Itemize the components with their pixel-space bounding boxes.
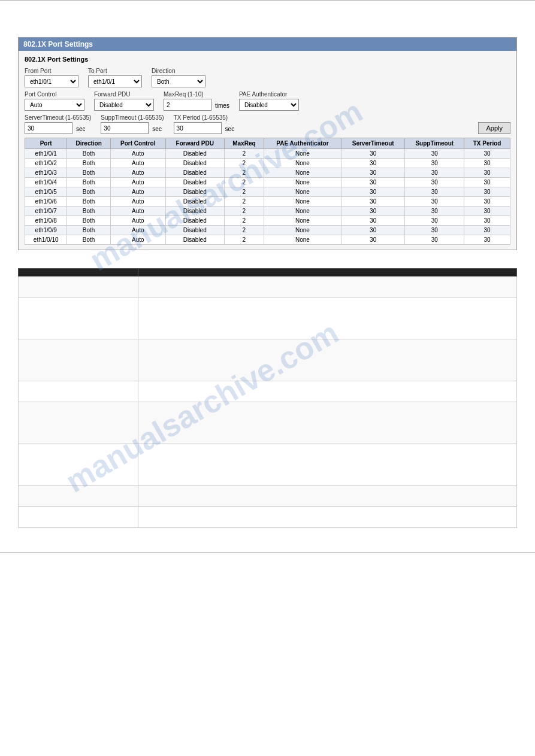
table-cell: Disabled: [165, 216, 224, 226]
ref-table-wrapper: [18, 268, 517, 528]
from-port-group: From Port eth1/0/1: [25, 68, 78, 87]
table-row: eth1/0/10BothAutoDisabled2None303030: [25, 235, 510, 245]
table-cell: 30: [341, 187, 405, 197]
table-cell: Disabled: [165, 168, 224, 178]
ref-table-cell: [19, 444, 138, 486]
table-cell: Both: [67, 159, 110, 168]
table-cell: 30: [405, 216, 464, 226]
ref-table-row: [19, 444, 517, 486]
table-row: eth1/0/2BothAutoDisabled2None303030: [25, 159, 510, 168]
ref-table-cell: [138, 507, 517, 528]
col-pae-auth: PAE Authenticator: [264, 138, 341, 149]
table-cell: Auto: [110, 226, 165, 235]
port-control-group: Port Control Auto Force-Authorized Force…: [25, 91, 84, 111]
col-direction: Direction: [67, 138, 110, 149]
table-cell: 30: [464, 216, 510, 226]
table-cell: 2: [224, 216, 264, 226]
table-cell: 30: [341, 149, 405, 159]
table-cell: 30: [464, 187, 510, 197]
table-cell: eth1/0/5: [25, 187, 67, 197]
table-cell: 30: [464, 178, 510, 187]
supp-timeout-group: SuppTimeout (1-65535) sec: [101, 114, 164, 134]
maxreq-input[interactable]: [164, 99, 211, 111]
ref-table-row: [19, 297, 517, 339]
table-cell: Auto: [110, 178, 165, 187]
table-cell: 30: [405, 178, 464, 187]
table-cell: eth1/0/9: [25, 226, 67, 235]
pae-auth-select[interactable]: Disabled Enabled: [239, 99, 299, 111]
table-cell: Both: [67, 235, 110, 245]
table-cell: Disabled: [165, 159, 224, 168]
table-cell: 30: [464, 197, 510, 207]
table-cell: 30: [405, 197, 464, 207]
ref-table-cell: [138, 277, 517, 297]
ref-col-2: [138, 269, 517, 277]
table-row: eth1/0/7BothAutoDisabled2None303030: [25, 207, 510, 216]
ref-table-cell: [19, 507, 138, 528]
tx-period-input[interactable]: [174, 122, 222, 134]
top-divider: [0, 0, 535, 1]
bottom-divider: [0, 552, 535, 553]
table-cell: Disabled: [165, 149, 224, 159]
port-control-select[interactable]: Auto Force-Authorized Force-Unauthorized: [25, 99, 84, 111]
maxreq-group: MaxReq (1-10) times: [164, 91, 229, 111]
table-cell: 30: [341, 178, 405, 187]
table-cell: eth1/0/6: [25, 197, 67, 207]
direction-select[interactable]: Both Ingress Egress: [152, 75, 205, 87]
direction-label: Direction: [152, 68, 205, 74]
apply-button[interactable]: Apply: [478, 122, 510, 134]
supp-timeout-input[interactable]: [101, 122, 149, 134]
from-port-select[interactable]: eth1/0/1: [25, 75, 78, 87]
table-cell: 30: [464, 235, 510, 245]
ref-col-1: [19, 269, 138, 277]
tx-period-group: TX Period (1-65535) sec: [174, 114, 235, 134]
col-forward-pdu: Forward PDU: [165, 138, 224, 149]
table-cell: eth1/0/10: [25, 235, 67, 245]
table-cell: 2: [224, 159, 264, 168]
table-cell: Both: [67, 207, 110, 216]
table-row: eth1/0/6BothAutoDisabled2None303030: [25, 197, 510, 207]
table-cell: 30: [341, 207, 405, 216]
table-cell: Auto: [110, 168, 165, 178]
supp-timeout-label: SuppTimeout (1-65535): [101, 114, 164, 121]
forward-pdu-select[interactable]: Disabled Enabled: [94, 99, 154, 111]
table-cell: 30: [341, 159, 405, 168]
panel-subtitle: 802.1X Port Settings: [25, 56, 510, 63]
form-row-3: ServerTimeout (1-65535) sec SuppTimeout …: [25, 114, 510, 134]
table-cell: 30: [405, 149, 464, 159]
ref-table-cell: [19, 277, 138, 297]
table-cell: 2: [224, 187, 264, 197]
server-timeout-input[interactable]: [25, 122, 72, 134]
table-header-row: Port Direction Port Control Forward PDU …: [25, 138, 510, 149]
to-port-select[interactable]: eth1/0/1: [88, 75, 142, 87]
table-cell: 30: [341, 168, 405, 178]
col-maxreq: MaxReq: [224, 138, 264, 149]
table-cell: None: [264, 207, 341, 216]
table-cell: 30: [341, 197, 405, 207]
ref-table-row: [19, 339, 517, 381]
table-cell: Auto: [110, 197, 165, 207]
table-cell: eth1/0/3: [25, 168, 67, 178]
tx-period-unit: sec: [225, 126, 235, 134]
table-cell: Both: [67, 197, 110, 207]
table-cell: eth1/0/1: [25, 149, 67, 159]
col-supp-timeout: SuppTimeout: [405, 138, 464, 149]
table-cell: 30: [464, 168, 510, 178]
table-cell: Disabled: [165, 187, 224, 197]
panel-title: 802.1X Port Settings: [19, 38, 516, 51]
server-timeout-label: ServerTimeout (1-65535): [25, 114, 91, 121]
table-cell: 2: [224, 178, 264, 187]
pae-auth-label: PAE Authenticator: [239, 91, 299, 98]
panel-inner: 802.1X Port Settings From Port eth1/0/1 …: [19, 51, 516, 250]
ref-table-cell: [19, 381, 138, 402]
table-row: eth1/0/3BothAutoDisabled2None303030: [25, 168, 510, 178]
table-cell: Auto: [110, 216, 165, 226]
table-cell: eth1/0/8: [25, 216, 67, 226]
table-cell: Auto: [110, 159, 165, 168]
to-port-group: To Port eth1/0/1: [88, 68, 142, 87]
table-cell: Disabled: [165, 235, 224, 245]
ref-table-row: [19, 381, 517, 402]
supp-timeout-unit: sec: [152, 126, 162, 134]
table-cell: 30: [464, 159, 510, 168]
col-tx-period: TX Period: [464, 138, 510, 149]
